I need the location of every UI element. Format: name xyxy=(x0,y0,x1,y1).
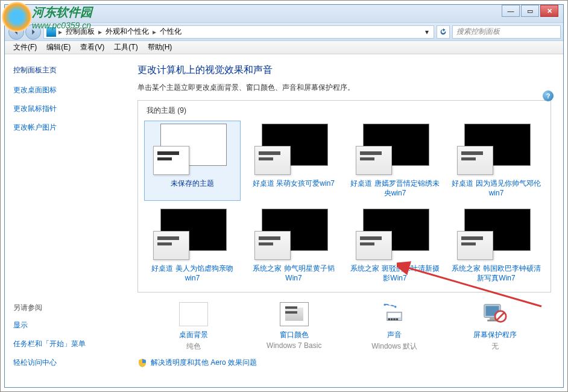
desktop-background-icon xyxy=(179,302,208,326)
option-saver-title: 屏幕保护程序 xyxy=(456,330,534,340)
sidebar-link-mouse-pointers[interactable]: 更改鼠标指针 xyxy=(13,104,117,114)
theme-item[interactable]: 好桌道 唐嫣罗晋情定锦绣未央win7 xyxy=(347,121,443,201)
menu-view[interactable]: 查看(V) xyxy=(75,41,109,54)
svg-rect-10 xyxy=(490,317,495,320)
sidebar-footer-ease-of-access[interactable]: 轻松访问中心 xyxy=(13,358,117,368)
theme-item[interactable]: 系统之家 斑驳的绿叶清新摄影Win7 xyxy=(347,206,443,286)
screen-saver-icon xyxy=(481,302,510,326)
option-window-color[interactable]: 窗口颜色 Windows 7 Basic xyxy=(255,302,333,352)
theme-thumbnail xyxy=(457,209,535,260)
close-button[interactable] xyxy=(540,5,558,17)
svg-rect-3 xyxy=(388,313,401,317)
breadcrumb-item-0[interactable]: 控制面板 xyxy=(63,27,97,37)
content: 控制面板主页 更改桌面图标 更改鼠标指针 更改帐户图片 另请参阅 显示 任务栏和… xyxy=(5,54,563,387)
page-subtitle: 单击某个主题立即更改桌面背景、窗口颜色、声音和屏幕保护程序。 xyxy=(137,83,551,93)
sidebar: 控制面板主页 更改桌面图标 更改鼠标指针 更改帐户图片 另请参阅 显示 任务栏和… xyxy=(5,54,125,387)
sidebar-title[interactable]: 控制面板主页 xyxy=(13,65,117,75)
menu-help[interactable]: 帮助(H) xyxy=(143,41,177,54)
page-title: 更改计算机上的视觉效果和声音 xyxy=(137,64,551,77)
theme-label: 系统之家 帅气明星黄子韬Win7 xyxy=(248,264,339,283)
theme-item[interactable]: 系统之家 帅气明星黄子韬Win7 xyxy=(245,206,342,286)
option-sound-title: 声音 xyxy=(355,330,434,340)
theme-thumbnail xyxy=(153,209,232,260)
theme-thumbnail xyxy=(457,124,535,175)
minimize-button[interactable] xyxy=(502,5,520,17)
svg-point-0 xyxy=(384,304,387,306)
svg-rect-7 xyxy=(396,318,399,320)
theme-label: 好桌道 唐嫣罗晋情定锦绣未央win7 xyxy=(350,179,440,198)
maximize-button[interactable] xyxy=(521,5,539,17)
breadcrumb-item-2[interactable]: 个性化 xyxy=(157,27,184,37)
theme-label: 系统之家 韩国欧巴李钟硕清新写真Win7 xyxy=(451,264,541,283)
theme-thumbnail xyxy=(254,209,333,260)
bottom-options: 桌面背景 纯色 窗口颜色 Windows 7 Basic xyxy=(137,302,551,352)
option-background-sub: 纯色 xyxy=(154,341,233,352)
aero-troubleshoot-link[interactable]: 解决透明度和其他 Aero 效果问题 xyxy=(137,358,551,368)
nav-buttons xyxy=(8,24,41,40)
option-color-title: 窗口颜色 xyxy=(255,330,333,340)
theme-label: 未保存的主题 xyxy=(147,179,238,198)
menubar: 文件(F) 编辑(E) 查看(V) 工具(T) 帮助(H) xyxy=(5,41,563,54)
help-icon[interactable]: ? xyxy=(543,90,554,101)
option-saver-sub: 无 xyxy=(456,341,534,352)
app-window: 河东软件园 www.pc0359.cn xyxy=(0,0,568,392)
sidebar-link-desktop-icons[interactable]: 更改桌面图标 xyxy=(13,85,117,95)
option-color-sub: Windows 7 Basic xyxy=(255,341,333,350)
svg-rect-5 xyxy=(391,318,393,320)
theme-label: 好桌道 呆萌女孩可爱win7 xyxy=(248,179,339,198)
chevron-right-icon: ▸ xyxy=(97,28,103,36)
option-sound-sub: Windows 默认 xyxy=(355,341,434,352)
address-bar-row: ▸ 控制面板 ▸ 外观和个性化 ▸ 个性化 ▾ 搜索控制面板 xyxy=(5,23,563,41)
menu-edit[interactable]: 编辑(E) xyxy=(42,41,75,54)
theme-thumbnail xyxy=(356,124,434,175)
breadcrumb-item-1[interactable]: 外观和个性化 xyxy=(103,27,151,37)
theme-thumbnail xyxy=(153,124,232,175)
svg-point-1 xyxy=(394,306,397,308)
menu-tools[interactable]: 工具(T) xyxy=(109,41,142,54)
theme-item[interactable]: 好桌道 因为遇见你帅气邓伦win7 xyxy=(448,121,544,201)
theme-item[interactable]: 系统之家 韩国欧巴李钟硕清新写真Win7 xyxy=(448,206,544,286)
themes-panel: 我的主题 (9) 未保存的主题 好桌道 呆萌女孩可爱win7 好桌道 唐嫣罗晋情… xyxy=(137,100,551,292)
search-input[interactable]: 搜索控制面板 xyxy=(452,25,561,39)
theme-label: 好桌道 美人为馅虐狗亲吻win7 xyxy=(147,264,238,283)
theme-item[interactable]: 好桌道 呆萌女孩可爱win7 xyxy=(245,121,342,201)
theme-item[interactable]: 未保存的主题 xyxy=(144,121,241,201)
control-panel-icon xyxy=(46,27,56,37)
inner-window: ▸ 控制面板 ▸ 外观和个性化 ▸ 个性化 ▾ 搜索控制面板 文件(F) 编辑(… xyxy=(4,4,564,388)
aero-troubleshoot-text[interactable]: 解决透明度和其他 Aero 效果问题 xyxy=(151,358,257,368)
svg-rect-4 xyxy=(388,318,391,320)
titlebar xyxy=(5,5,563,23)
option-desktop-background[interactable]: 桌面背景 纯色 xyxy=(154,302,233,352)
sidebar-see-also: 另请参阅 xyxy=(13,303,117,313)
theme-label: 好桌道 因为遇见你帅气邓伦win7 xyxy=(451,179,541,198)
chevron-right-icon: ▸ xyxy=(57,28,63,36)
window-color-icon xyxy=(280,302,309,326)
main: ? 更改计算机上的视觉效果和声音 单击某个主题立即更改桌面背景、窗口颜色、声音和… xyxy=(125,54,563,387)
refresh-button[interactable] xyxy=(437,25,450,39)
sidebar-link-account-picture[interactable]: 更改帐户图片 xyxy=(13,122,117,133)
themes-header: 我的主题 (9) xyxy=(144,106,544,116)
menu-file[interactable]: 文件(F) xyxy=(8,41,42,54)
option-screen-saver[interactable]: 屏幕保护程序 无 xyxy=(456,302,534,352)
sidebar-footer-taskbar[interactable]: 任务栏和「开始」菜单 xyxy=(13,339,117,349)
option-sounds[interactable]: 声音 Windows 默认 xyxy=(355,302,434,352)
theme-item[interactable]: 好桌道 美人为馅虐狗亲吻win7 xyxy=(144,206,241,286)
sidebar-footer-display[interactable]: 显示 xyxy=(13,320,117,330)
chevron-right-icon: ▸ xyxy=(151,28,157,36)
theme-thumbnail xyxy=(356,209,434,260)
back-button[interactable] xyxy=(8,24,24,40)
svg-rect-6 xyxy=(394,318,396,320)
theme-thumbnail xyxy=(254,124,333,175)
theme-label: 系统之家 斑驳的绿叶清新摄影Win7 xyxy=(350,264,440,283)
option-background-title: 桌面背景 xyxy=(154,330,233,340)
search-placeholder: 搜索控制面板 xyxy=(456,27,500,37)
forward-button[interactable] xyxy=(25,24,41,40)
dropdown-arrow-icon[interactable]: ▾ xyxy=(423,28,431,36)
shield-icon xyxy=(137,358,147,368)
sound-icon xyxy=(380,302,409,326)
window-controls xyxy=(502,5,558,17)
themes-grid: 未保存的主题 好桌道 呆萌女孩可爱win7 好桌道 唐嫣罗晋情定锦绣未央win7… xyxy=(144,121,544,286)
breadcrumb[interactable]: ▸ 控制面板 ▸ 外观和个性化 ▸ 个性化 ▾ xyxy=(43,25,434,39)
